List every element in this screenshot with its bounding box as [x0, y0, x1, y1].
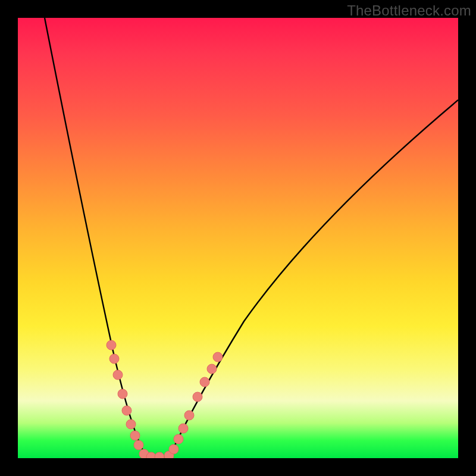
marker: [213, 352, 223, 362]
marker: [134, 440, 143, 450]
right-curve: [170, 100, 458, 455]
marker: [109, 354, 119, 364]
marker: [113, 370, 123, 380]
marker: [178, 424, 188, 433]
chart-frame: TheBottleneck.com: [0, 0, 476, 476]
marker: [107, 340, 116, 350]
markers-right: [164, 352, 223, 458]
watermark-text: TheBottleneck.com: [347, 2, 471, 19]
marker: [200, 377, 209, 387]
marker: [126, 419, 136, 429]
marker: [155, 452, 164, 458]
marker: [169, 444, 178, 454]
marker: [174, 434, 183, 444]
marker: [130, 431, 140, 440]
markers-left: [107, 340, 164, 458]
marker: [193, 392, 202, 402]
chart-svg: [18, 18, 458, 458]
marker: [207, 364, 217, 374]
marker: [184, 411, 194, 420]
marker: [118, 389, 127, 399]
left-curve: [45, 18, 145, 455]
marker: [122, 406, 131, 415]
plot-background: [18, 18, 458, 458]
